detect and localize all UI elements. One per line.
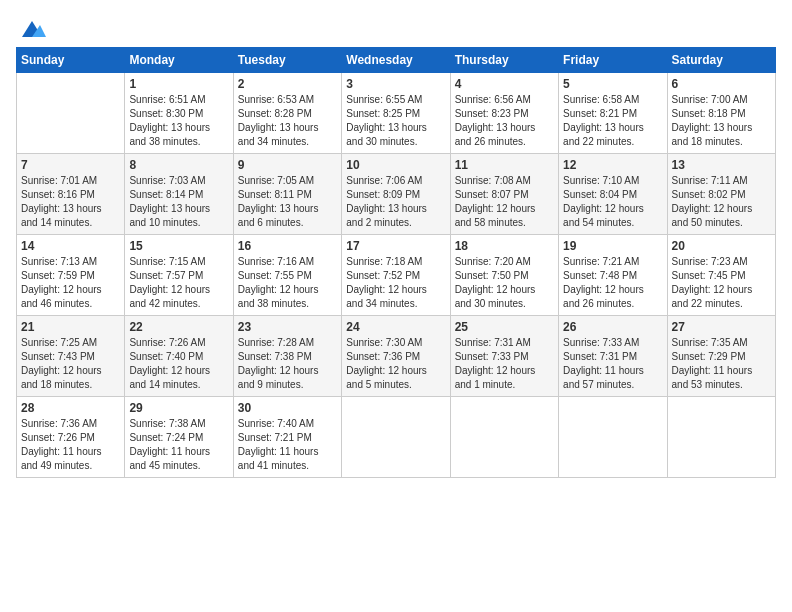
day-info: Sunrise: 7:23 AM Sunset: 7:45 PM Dayligh… [672,255,771,311]
day-info: Sunrise: 6:53 AM Sunset: 8:28 PM Dayligh… [238,93,337,149]
day-info: Sunrise: 7:01 AM Sunset: 8:16 PM Dayligh… [21,174,120,230]
day-number: 20 [672,239,771,253]
calendar-day-cell [667,396,775,477]
calendar-day-cell: 12Sunrise: 7:10 AM Sunset: 8:04 PM Dayli… [559,153,667,234]
day-of-week-header: Wednesday [342,47,450,72]
day-number: 11 [455,158,554,172]
logo [16,16,46,39]
calendar-day-cell [17,72,125,153]
day-info: Sunrise: 7:25 AM Sunset: 7:43 PM Dayligh… [21,336,120,392]
calendar-day-cell: 23Sunrise: 7:28 AM Sunset: 7:38 PM Dayli… [233,315,341,396]
calendar-day-cell: 7Sunrise: 7:01 AM Sunset: 8:16 PM Daylig… [17,153,125,234]
day-number: 21 [21,320,120,334]
day-info: Sunrise: 7:33 AM Sunset: 7:31 PM Dayligh… [563,336,662,392]
calendar-day-cell: 13Sunrise: 7:11 AM Sunset: 8:02 PM Dayli… [667,153,775,234]
day-info: Sunrise: 7:00 AM Sunset: 8:18 PM Dayligh… [672,93,771,149]
day-info: Sunrise: 6:55 AM Sunset: 8:25 PM Dayligh… [346,93,445,149]
day-number: 29 [129,401,228,415]
day-info: Sunrise: 7:30 AM Sunset: 7:36 PM Dayligh… [346,336,445,392]
calendar-day-cell: 4Sunrise: 6:56 AM Sunset: 8:23 PM Daylig… [450,72,558,153]
day-number: 13 [672,158,771,172]
day-info: Sunrise: 7:06 AM Sunset: 8:09 PM Dayligh… [346,174,445,230]
day-number: 19 [563,239,662,253]
logo-text [16,16,46,39]
day-number: 4 [455,77,554,91]
day-info: Sunrise: 7:08 AM Sunset: 8:07 PM Dayligh… [455,174,554,230]
day-info: Sunrise: 7:20 AM Sunset: 7:50 PM Dayligh… [455,255,554,311]
day-number: 16 [238,239,337,253]
day-of-week-header: Saturday [667,47,775,72]
day-number: 18 [455,239,554,253]
day-number: 14 [21,239,120,253]
calendar-table: SundayMondayTuesdayWednesdayThursdayFrid… [16,47,776,478]
calendar-day-cell: 16Sunrise: 7:16 AM Sunset: 7:55 PM Dayli… [233,234,341,315]
day-info: Sunrise: 7:31 AM Sunset: 7:33 PM Dayligh… [455,336,554,392]
day-number: 6 [672,77,771,91]
day-info: Sunrise: 7:13 AM Sunset: 7:59 PM Dayligh… [21,255,120,311]
day-number: 15 [129,239,228,253]
day-info: Sunrise: 7:10 AM Sunset: 8:04 PM Dayligh… [563,174,662,230]
day-info: Sunrise: 7:21 AM Sunset: 7:48 PM Dayligh… [563,255,662,311]
calendar-day-cell: 9Sunrise: 7:05 AM Sunset: 8:11 PM Daylig… [233,153,341,234]
calendar-day-cell: 3Sunrise: 6:55 AM Sunset: 8:25 PM Daylig… [342,72,450,153]
calendar-day-cell: 29Sunrise: 7:38 AM Sunset: 7:24 PM Dayli… [125,396,233,477]
calendar-day-cell: 5Sunrise: 6:58 AM Sunset: 8:21 PM Daylig… [559,72,667,153]
day-info: Sunrise: 7:11 AM Sunset: 8:02 PM Dayligh… [672,174,771,230]
day-number: 28 [21,401,120,415]
day-number: 8 [129,158,228,172]
day-info: Sunrise: 7:03 AM Sunset: 8:14 PM Dayligh… [129,174,228,230]
day-info: Sunrise: 7:26 AM Sunset: 7:40 PM Dayligh… [129,336,228,392]
day-info: Sunrise: 7:28 AM Sunset: 7:38 PM Dayligh… [238,336,337,392]
day-info: Sunrise: 7:05 AM Sunset: 8:11 PM Dayligh… [238,174,337,230]
day-number: 24 [346,320,445,334]
day-info: Sunrise: 7:36 AM Sunset: 7:26 PM Dayligh… [21,417,120,473]
calendar-week-row: 21Sunrise: 7:25 AM Sunset: 7:43 PM Dayli… [17,315,776,396]
day-of-week-header: Monday [125,47,233,72]
day-number: 1 [129,77,228,91]
calendar-day-cell: 26Sunrise: 7:33 AM Sunset: 7:31 PM Dayli… [559,315,667,396]
calendar-day-cell: 25Sunrise: 7:31 AM Sunset: 7:33 PM Dayli… [450,315,558,396]
calendar-day-cell [342,396,450,477]
header [16,16,776,39]
calendar-day-cell: 20Sunrise: 7:23 AM Sunset: 7:45 PM Dayli… [667,234,775,315]
calendar-day-cell: 18Sunrise: 7:20 AM Sunset: 7:50 PM Dayli… [450,234,558,315]
day-number: 12 [563,158,662,172]
day-info: Sunrise: 7:40 AM Sunset: 7:21 PM Dayligh… [238,417,337,473]
calendar-day-cell: 6Sunrise: 7:00 AM Sunset: 8:18 PM Daylig… [667,72,775,153]
day-number: 22 [129,320,228,334]
day-number: 2 [238,77,337,91]
calendar-day-cell: 22Sunrise: 7:26 AM Sunset: 7:40 PM Dayli… [125,315,233,396]
calendar-day-cell: 2Sunrise: 6:53 AM Sunset: 8:28 PM Daylig… [233,72,341,153]
calendar-day-cell: 15Sunrise: 7:15 AM Sunset: 7:57 PM Dayli… [125,234,233,315]
day-info: Sunrise: 7:35 AM Sunset: 7:29 PM Dayligh… [672,336,771,392]
day-number: 25 [455,320,554,334]
calendar-header-row: SundayMondayTuesdayWednesdayThursdayFrid… [17,47,776,72]
calendar-day-cell: 30Sunrise: 7:40 AM Sunset: 7:21 PM Dayli… [233,396,341,477]
day-number: 27 [672,320,771,334]
calendar-day-cell: 10Sunrise: 7:06 AM Sunset: 8:09 PM Dayli… [342,153,450,234]
day-of-week-header: Tuesday [233,47,341,72]
calendar-day-cell: 11Sunrise: 7:08 AM Sunset: 8:07 PM Dayli… [450,153,558,234]
day-of-week-header: Thursday [450,47,558,72]
logo-icon [18,19,46,39]
day-number: 5 [563,77,662,91]
day-of-week-header: Sunday [17,47,125,72]
day-info: Sunrise: 6:51 AM Sunset: 8:30 PM Dayligh… [129,93,228,149]
day-info: Sunrise: 6:58 AM Sunset: 8:21 PM Dayligh… [563,93,662,149]
calendar-day-cell: 21Sunrise: 7:25 AM Sunset: 7:43 PM Dayli… [17,315,125,396]
calendar-week-row: 28Sunrise: 7:36 AM Sunset: 7:26 PM Dayli… [17,396,776,477]
calendar-day-cell [559,396,667,477]
calendar-day-cell: 19Sunrise: 7:21 AM Sunset: 7:48 PM Dayli… [559,234,667,315]
calendar-day-cell: 1Sunrise: 6:51 AM Sunset: 8:30 PM Daylig… [125,72,233,153]
day-info: Sunrise: 7:15 AM Sunset: 7:57 PM Dayligh… [129,255,228,311]
calendar-day-cell: 27Sunrise: 7:35 AM Sunset: 7:29 PM Dayli… [667,315,775,396]
calendar-day-cell: 8Sunrise: 7:03 AM Sunset: 8:14 PM Daylig… [125,153,233,234]
day-info: Sunrise: 7:16 AM Sunset: 7:55 PM Dayligh… [238,255,337,311]
day-number: 26 [563,320,662,334]
calendar-day-cell: 24Sunrise: 7:30 AM Sunset: 7:36 PM Dayli… [342,315,450,396]
calendar-day-cell [450,396,558,477]
day-info: Sunrise: 7:18 AM Sunset: 7:52 PM Dayligh… [346,255,445,311]
calendar-week-row: 7Sunrise: 7:01 AM Sunset: 8:16 PM Daylig… [17,153,776,234]
calendar-day-cell: 28Sunrise: 7:36 AM Sunset: 7:26 PM Dayli… [17,396,125,477]
day-number: 10 [346,158,445,172]
